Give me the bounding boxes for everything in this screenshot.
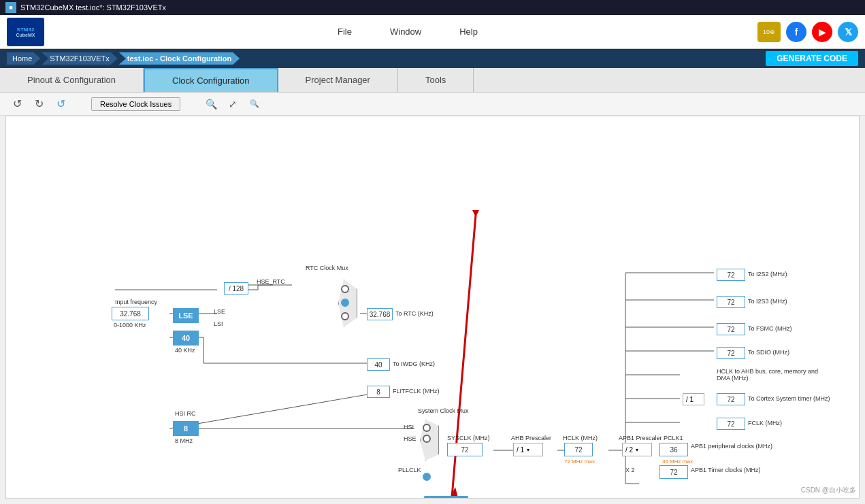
- input-freq-1-value[interactable]: 32.768: [112, 307, 149, 320]
- menu-file[interactable]: File: [332, 24, 357, 39]
- iwdg-value-box[interactable]: 40: [367, 358, 390, 371]
- breadcrumb-right: GENERATE CODE: [766, 51, 858, 66]
- pllclk-label: PLLCLK: [398, 467, 421, 473]
- lsi-khz: 40 KHz: [175, 347, 195, 354]
- menu-help[interactable]: Help: [454, 24, 483, 39]
- menu-window[interactable]: Window: [385, 24, 427, 39]
- refresh-button[interactable]: ↺: [52, 95, 69, 113]
- system-clock-mux-label: System Clock Mux: [418, 407, 469, 414]
- pclk1-label: APB1 peripheral clocks (MHz): [691, 443, 772, 450]
- pclk1-value-box[interactable]: 36: [659, 443, 688, 456]
- svg-marker-29: [472, 210, 479, 217]
- zoom-out-button[interactable]: 🔍: [246, 95, 263, 113]
- title-text: STM32CubeMX test.ioc*: STM32F103VETx: [20, 3, 166, 12]
- menu-items: File Window Help: [58, 24, 757, 39]
- i2s3-value[interactable]: 72: [717, 296, 745, 308]
- flitfclk-value-box[interactable]: 8: [367, 386, 390, 398]
- apb1-timer-value[interactable]: 72: [659, 465, 688, 479]
- sdio-top-label: To SDIO (MHz): [748, 349, 789, 356]
- cortex-div-select[interactable]: / 1: [683, 393, 704, 405]
- breadcrumb-config[interactable]: test.ioc - Clock Configuration: [119, 52, 240, 65]
- youtube-btn[interactable]: ▶: [812, 22, 832, 42]
- rtc-value-box[interactable]: 32.768: [367, 308, 393, 320]
- fsmc-label: To FSMC (MHz): [748, 325, 792, 332]
- tab-tools[interactable]: Tools: [398, 68, 474, 92]
- resolve-clock-issues-button[interactable]: Resolve Clock Issues: [91, 97, 180, 111]
- rtc-label: To RTC (KHz): [395, 310, 434, 317]
- fclk-value[interactable]: 72: [717, 418, 745, 430]
- apb1-timer-x: X 2: [625, 467, 635, 473]
- hsi-mux-label: HSI: [404, 424, 414, 431]
- sys-mux-hsi-radio[interactable]: [423, 424, 431, 432]
- pclk1-text: PCLK1: [664, 435, 683, 441]
- hclk-label: HCLK (MHz): [563, 435, 598, 441]
- sys-mux-pll-radio[interactable]: [423, 473, 431, 481]
- tab-pinout[interactable]: Pinout & Configuration: [0, 68, 144, 92]
- zoom-in-button[interactable]: 🔍: [202, 95, 220, 113]
- watermark: CSDN @自小吃多: [801, 486, 856, 495]
- i2s2-label: To I2S2 (MHz): [748, 271, 787, 278]
- generate-code-button[interactable]: GENERATE CODE: [766, 51, 858, 66]
- breadcrumb-device[interactable]: STM32F103VETx: [42, 52, 117, 65]
- pclk1-max: 36 MHz max: [662, 458, 693, 465]
- hclk-max: 72 MHz max: [564, 458, 595, 465]
- rtc-mux-hse-radio[interactable]: [341, 285, 349, 293]
- flitfclk-label: FLITFCLK (MHz): [393, 388, 440, 394]
- input-freq-1-label: Input frequency: [115, 299, 157, 305]
- rtc-mux-lse-radio[interactable]: [341, 299, 349, 307]
- fclk-label: FCLK (MHz): [748, 420, 782, 426]
- hse-mux-label: HSE: [404, 435, 417, 442]
- apb1-prescaler-select[interactable]: / 2: [622, 443, 652, 456]
- svg-line-10: [169, 391, 387, 429]
- menu-right: 10⊕ f ▶ 𝕏: [757, 22, 858, 42]
- toolbar: ↺ ↻ ↺ Resolve Clock Issues 🔍 ⤢ 🔍: [0, 93, 865, 116]
- iwdg-label: To IWDG (KHz): [393, 360, 435, 367]
- hsi-mhz: 8 MHz: [175, 437, 193, 444]
- enable-css-button[interactable]: Enable C...: [424, 496, 468, 499]
- apb1-prescaler-label: APB1 Prescaler: [619, 435, 662, 441]
- i2s3-label: To I2S3 (MHz): [748, 298, 787, 305]
- clock-diagram-canvas: Input frequency 32.768 0-1000 KHz LSE LS…: [5, 116, 860, 499]
- redo-button[interactable]: ↻: [30, 95, 48, 113]
- lsi-conn-label: LSI: [214, 320, 223, 327]
- expand-button[interactable]: ⤢: [224, 95, 242, 113]
- sys-mux-hse-radio[interactable]: [423, 435, 431, 443]
- lsi-box[interactable]: 40: [173, 331, 199, 346]
- cortex-label: To Cortex System timer (MHz): [748, 395, 830, 402]
- input-freq-1-range: 0-1000 KHz: [114, 322, 146, 329]
- menu-bar: STM32 CubeMX File Window Help 10⊕ f ▶ 𝕏: [0, 15, 865, 49]
- rtc-mux-lsi-radio[interactable]: [341, 312, 349, 320]
- i2s2-value[interactable]: 72: [717, 269, 745, 281]
- anniversary-badge: 10⊕: [757, 22, 781, 42]
- breadcrumb-home[interactable]: Home: [7, 52, 40, 65]
- stm32-logo: STM32 CubeMX: [7, 18, 44, 46]
- sysclk-value-box[interactable]: 72: [447, 443, 483, 456]
- hclk-value-box[interactable]: 72: [564, 443, 593, 456]
- hse-rtc-label: HSE_RTC: [257, 278, 285, 285]
- title-bar: ■ STM32CubeMX test.ioc*: STM32F103VETx: [0, 0, 865, 15]
- hsi-rc-label: HSI RC: [175, 410, 196, 417]
- tab-clock[interactable]: Clock Configuration: [144, 68, 278, 92]
- tab-project[interactable]: Project Manager: [278, 68, 398, 92]
- sysclk-label: SYSCLK (MHz): [447, 435, 490, 441]
- ahb-prescaler-select[interactable]: / 1: [513, 443, 543, 456]
- facebook-btn[interactable]: f: [786, 22, 806, 42]
- hsi-box[interactable]: 8: [173, 421, 199, 436]
- ahb-prescaler-label: AHB Prescaler: [511, 435, 551, 441]
- cortex-value[interactable]: 72: [717, 393, 745, 405]
- sdio-top-value[interactable]: 72: [717, 347, 745, 359]
- hclk-bus-label: HCLK to AHB bus, core, memory and DMA (M…: [717, 368, 826, 382]
- app-logo: ■: [5, 2, 16, 13]
- lse-conn-label: LSE: [214, 308, 225, 315]
- div128-box[interactable]: / 128: [224, 282, 248, 295]
- fsmc-value[interactable]: 72: [717, 323, 745, 335]
- apb1-timer-label: APB1 Timer clocks (MHz): [691, 467, 761, 473]
- breadcrumb: Home STM32F103VETx test.ioc - Clock Conf…: [0, 49, 865, 68]
- rtc-clock-mux-label: RTC Clock Mux: [306, 265, 348, 271]
- undo-button[interactable]: ↺: [8, 95, 26, 113]
- tab-bar: Pinout & Configuration Clock Configurati…: [0, 68, 865, 93]
- lse-box[interactable]: LSE: [173, 308, 199, 323]
- twitter-btn[interactable]: 𝕏: [838, 22, 858, 42]
